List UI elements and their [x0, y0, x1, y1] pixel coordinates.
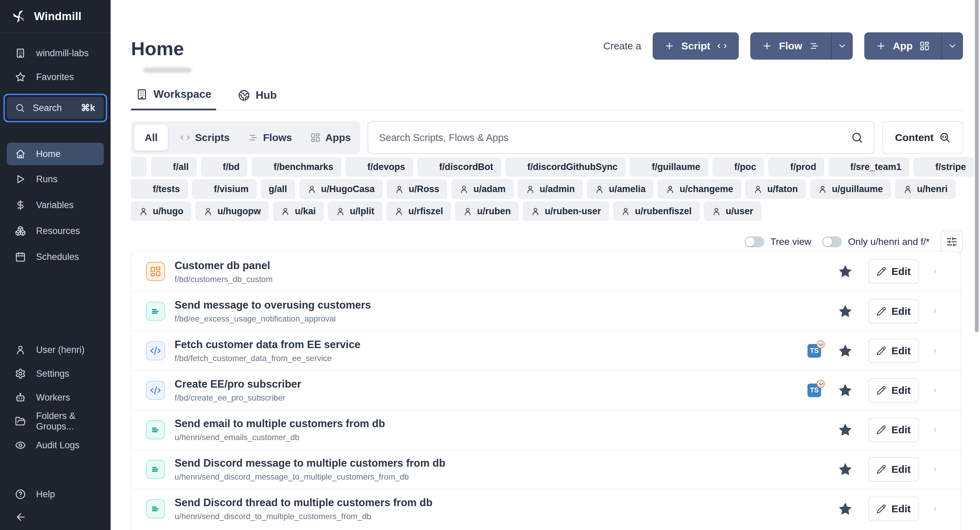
- favorite-star-icon[interactable]: [837, 383, 853, 398]
- list-item[interactable]: Send email to multiple customers from db…: [131, 410, 961, 449]
- filter-chip[interactable]: g/all: [261, 179, 295, 199]
- kebab-menu-icon[interactable]: [933, 422, 937, 437]
- filter-chip[interactable]: f/devops: [346, 157, 413, 176]
- sidebar-search[interactable]: Search ⌘k: [3, 94, 107, 122]
- edit-button[interactable]: Edit: [868, 378, 919, 402]
- item-title[interactable]: Create EE/pro subscriber: [175, 378, 301, 390]
- favorite-star-icon[interactable]: [837, 501, 853, 517]
- sidebar-item-audit-logs[interactable]: Audit Logs: [0, 433, 111, 457]
- filter-chip[interactable]: u/changeme: [658, 179, 741, 199]
- filter-chip[interactable]: f/discordBot: [417, 157, 501, 176]
- filter-chip[interactable]: u/rubenfiszel: [613, 202, 700, 221]
- filter-chip[interactable]: f/stripe: [914, 157, 974, 176]
- list-item[interactable]: Customer db panelf/bd/customers_db_custo…: [131, 252, 961, 291]
- filter-chip[interactable]: u/user: [704, 202, 761, 221]
- edit-button[interactable]: Edit: [868, 338, 919, 363]
- create-flow-main[interactable]: Flow: [750, 32, 830, 60]
- filter-chip[interactable]: f/benchmarks: [252, 157, 341, 176]
- sidebar-item-variables[interactable]: Variables: [0, 193, 111, 217]
- item-title[interactable]: Send Discord thread to multiple customer…: [175, 496, 433, 509]
- create-app-dropdown[interactable]: [941, 32, 963, 60]
- filter-chip[interactable]: f/discordGithubSync: [506, 157, 626, 176]
- edit-button[interactable]: Edit: [868, 418, 919, 442]
- filter-chip[interactable]: u/hugo: [131, 202, 191, 221]
- item-title[interactable]: Send email to multiple customers from db: [175, 418, 385, 430]
- filter-chip[interactable]: u/hugopw: [196, 202, 269, 221]
- kebab-menu-icon[interactable]: [933, 462, 937, 477]
- sidebar-item-favorites[interactable]: Favorites: [0, 65, 111, 89]
- filter-chip[interactable]: f/tests: [131, 179, 188, 199]
- sidebar-item-folders-groups[interactable]: Folders & Groups...: [0, 409, 111, 433]
- tree-view-toggle[interactable]: [745, 236, 764, 247]
- tab-hub[interactable]: Hub: [233, 89, 282, 110]
- item-title[interactable]: Fetch customer data from EE service: [175, 338, 360, 351]
- filter-chip[interactable]: u/faton: [746, 179, 806, 199]
- filter-chip[interactable]: u/guillaume: [810, 179, 891, 199]
- favorite-star-icon[interactable]: [837, 422, 853, 438]
- filter-chip[interactable]: u/kai: [273, 202, 324, 221]
- sidebar-item-schedules[interactable]: Schedules: [0, 245, 111, 269]
- search-icon[interactable]: [851, 131, 864, 144]
- item-title[interactable]: Send message to overusing customers: [175, 299, 371, 311]
- create-app-main[interactable]: App: [864, 32, 941, 60]
- list-item[interactable]: Send Discord message to multiple custome…: [131, 449, 961, 489]
- kebab-menu-icon[interactable]: [933, 343, 937, 358]
- create-flow-dropdown[interactable]: [831, 32, 853, 60]
- edit-button[interactable]: Edit: [868, 299, 919, 324]
- sidebar-item-settings[interactable]: Settings: [0, 362, 111, 386]
- filter-chip[interactable]: u/lplit: [328, 202, 382, 221]
- filter-apps[interactable]: Apps: [304, 132, 357, 144]
- filter-all[interactable]: All: [134, 125, 168, 150]
- sidebar-item-help[interactable]: Help: [0, 482, 111, 506]
- item-title[interactable]: Customer db panel: [175, 260, 272, 272]
- kebab-menu-icon[interactable]: [933, 304, 937, 319]
- sidebar-item-workers[interactable]: Workers: [0, 386, 111, 409]
- filter-chip[interactable]: u/admin: [518, 179, 583, 199]
- list-item[interactable]: Send message to overusing customersf/bd/…: [131, 291, 961, 331]
- sidebar-item-user[interactable]: User (henri): [0, 338, 111, 362]
- filter-chip[interactable]: f/guillaume: [630, 157, 708, 176]
- filter-chip[interactable]: u/amelia: [587, 179, 653, 199]
- favorite-star-icon[interactable]: [837, 303, 853, 319]
- filter-chip[interactable]: f/visium: [192, 179, 256, 199]
- only-mine-toggle[interactable]: [822, 236, 842, 247]
- sidebar-item-resources[interactable]: Resources: [0, 219, 111, 243]
- favorite-star-icon[interactable]: [837, 263, 853, 279]
- content-search-button[interactable]: Content: [882, 121, 963, 154]
- kebab-menu-icon[interactable]: [933, 501, 937, 516]
- collapse-sidebar-button[interactable]: [0, 508, 111, 527]
- kebab-menu-icon[interactable]: [933, 264, 937, 279]
- search-input[interactable]: [368, 132, 851, 144]
- filter-chip[interactable]: u/ruben: [455, 202, 519, 221]
- filter-chip[interactable]: u/adam: [452, 179, 514, 199]
- edit-button[interactable]: Edit: [868, 259, 919, 284]
- create-script-button[interactable]: Script: [653, 32, 739, 60]
- filter-chip[interactable]: u/Ross: [387, 179, 447, 199]
- favorite-star-icon[interactable]: [837, 461, 853, 477]
- filter-chip[interactable]: u/rfiszel: [387, 202, 451, 221]
- sidebar-item-runs[interactable]: Runs: [0, 167, 111, 191]
- list-item[interactable]: Fetch customer data from EE servicef/bd/…: [131, 331, 961, 370]
- filter-chip[interactable]: f/prod: [768, 157, 824, 176]
- item-title[interactable]: Send Discord message to multiple custome…: [175, 457, 445, 469]
- filter-chip[interactable]: f/all: [151, 157, 197, 176]
- sidebar-item-workspace[interactable]: windmill-labs: [0, 41, 111, 65]
- filter-chip[interactable]: f/poc: [713, 157, 764, 176]
- filter-scripts[interactable]: Scripts: [174, 132, 236, 144]
- edit-button[interactable]: Edit: [868, 496, 919, 521]
- page-scrollbar[interactable]: [975, 0, 978, 332]
- filter-settings-button[interactable]: [940, 231, 963, 253]
- favorite-star-icon[interactable]: [837, 343, 853, 359]
- filter-chip[interactable]: f/sre_team1: [829, 157, 909, 176]
- list-item[interactable]: Create EE/pro subscriberf/bd/create_ee_p…: [131, 370, 961, 410]
- tab-workspace[interactable]: Workspace: [131, 88, 216, 110]
- filter-flows[interactable]: Flows: [242, 132, 298, 144]
- kebab-menu-icon[interactable]: [933, 383, 937, 398]
- sidebar-item-home[interactable]: Home: [7, 143, 104, 165]
- list-item[interactable]: Send Discord thread to multiple customer…: [131, 489, 961, 528]
- edit-button[interactable]: Edit: [868, 457, 919, 482]
- filter-chip[interactable]: [131, 157, 147, 176]
- filter-chip[interactable]: u/henri: [895, 179, 956, 199]
- filter-chip[interactable]: u/HugoCasa: [299, 179, 383, 199]
- filter-chip[interactable]: f/bd: [201, 157, 247, 176]
